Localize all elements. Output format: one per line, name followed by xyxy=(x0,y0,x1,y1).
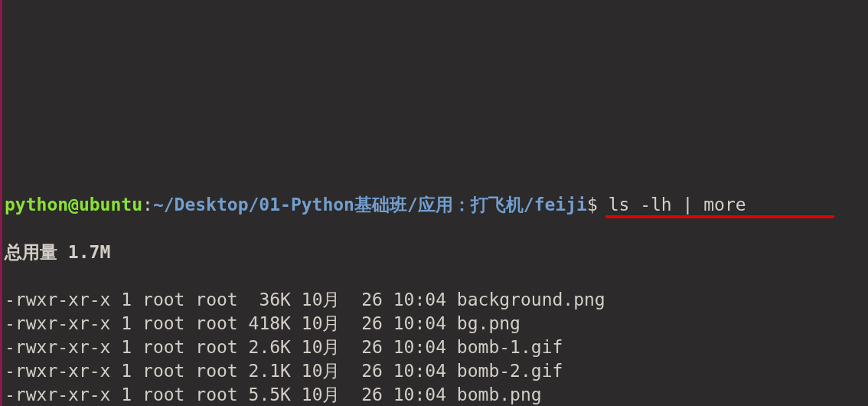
file-links: 1 xyxy=(121,361,132,381)
file-links: 1 xyxy=(121,385,132,404)
file-permissions: -rwxr-xr-x xyxy=(5,361,110,381)
file-name: background.png xyxy=(457,290,605,309)
file-month: 10月 xyxy=(302,359,341,383)
file-owner: root xyxy=(142,290,184,309)
file-size: 418K xyxy=(249,312,291,336)
file-owner: root xyxy=(142,385,184,404)
command-text: ls -lh | more xyxy=(609,195,746,214)
file-month: 10月 xyxy=(302,383,341,406)
prompt-path: ~/Desktop/01-Python基础班/应用：打飞机/feiji xyxy=(153,195,587,214)
file-permissions: -rwxr-xr-x xyxy=(5,290,110,309)
file-time: 10:04 xyxy=(393,383,446,406)
file-row: -rwxr-xr-x 1 root root 5.5K 10月 26 10:04… xyxy=(5,383,863,406)
file-size: 5.5K xyxy=(249,383,291,406)
file-row: -rwxr-xr-x 1 root root 418K 10月 26 10:04… xyxy=(5,312,863,336)
file-size: 36K xyxy=(249,288,291,312)
file-owner: root xyxy=(142,337,184,357)
file-permissions: -rwxr-xr-x xyxy=(5,385,110,404)
file-name: bomb-2.gif xyxy=(457,361,563,381)
file-row: -rwxr-xr-x 1 root root 2.1K 10月 26 10:04… xyxy=(5,359,863,383)
file-row: -rwxr-xr-x 1 root root 2.6K 10月 26 10:04… xyxy=(5,336,863,359)
file-row: -rwxr-xr-x 1 root root 36K 10月 26 10:04 … xyxy=(5,288,863,312)
file-name: bomb.png xyxy=(457,385,542,404)
file-group: root xyxy=(195,337,237,357)
file-size: 2.6K xyxy=(249,336,291,359)
file-time: 10:04 xyxy=(393,359,446,383)
file-day: 26 xyxy=(351,288,383,312)
file-links: 1 xyxy=(121,337,132,357)
prompt-dollar: $ xyxy=(587,195,598,214)
file-day: 26 xyxy=(351,312,383,336)
prompt-user-host: python@ubuntu xyxy=(5,195,142,214)
file-owner: root xyxy=(142,313,184,333)
file-month: 10月 xyxy=(302,336,341,359)
file-day: 26 xyxy=(351,359,383,383)
file-name: bg.png xyxy=(457,313,520,333)
file-permissions: -rwxr-xr-x xyxy=(5,313,110,333)
file-month: 10月 xyxy=(302,288,341,312)
file-group: root xyxy=(195,313,237,333)
file-time: 10:04 xyxy=(393,336,446,359)
file-time: 10:04 xyxy=(393,312,446,336)
file-size: 2.1K xyxy=(249,359,291,383)
file-day: 26 xyxy=(351,383,383,406)
file-day: 26 xyxy=(351,336,383,359)
file-group: root xyxy=(195,290,237,309)
window-left-border xyxy=(0,24,2,406)
prompt-colon: : xyxy=(142,195,153,214)
prompt-line: python@ubuntu:~/Desktop/01-Python基础班/应用：… xyxy=(5,193,863,217)
terminal-output[interactable]: python@ubuntu:~/Desktop/01-Python基础班/应用：… xyxy=(0,166,868,406)
file-links: 1 xyxy=(121,313,132,333)
file-group: root xyxy=(195,385,237,404)
file-month: 10月 xyxy=(302,312,341,336)
file-permissions: -rwxr-xr-x xyxy=(5,337,110,357)
annotation-underline xyxy=(605,215,834,218)
file-group: root xyxy=(195,361,237,381)
total-line: 总用量 1.7M xyxy=(5,241,863,264)
file-owner: root xyxy=(142,361,184,381)
file-links: 1 xyxy=(121,290,132,309)
file-name: bomb-1.gif xyxy=(457,337,563,357)
file-time: 10:04 xyxy=(393,288,446,312)
